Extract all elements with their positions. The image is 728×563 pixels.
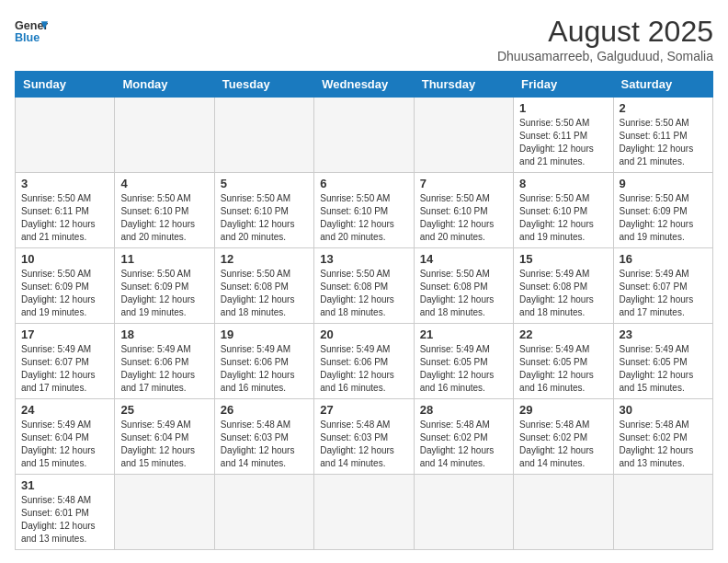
- day-number: 22: [519, 327, 607, 341]
- weekday-header-friday: Friday: [514, 72, 613, 98]
- calendar-cell: [514, 475, 613, 550]
- calendar-week-2: 3Sunrise: 5:50 AM Sunset: 6:11 PM Daylig…: [16, 173, 713, 248]
- weekday-header-row: SundayMondayTuesdayWednesdayThursdayFrid…: [16, 72, 713, 98]
- day-number: 28: [420, 403, 507, 417]
- calendar-cell: 1Sunrise: 5:50 AM Sunset: 6:11 PM Daylig…: [514, 98, 613, 173]
- day-number: 16: [620, 252, 707, 266]
- day-info: Sunrise: 5:49 AM Sunset: 6:07 PM Dayligh…: [620, 268, 707, 319]
- day-number: 29: [519, 403, 607, 417]
- calendar-cell: 14Sunrise: 5:50 AM Sunset: 6:08 PM Dayli…: [414, 248, 513, 324]
- day-number: 17: [21, 327, 108, 341]
- day-info: Sunrise: 5:49 AM Sunset: 6:06 PM Dayligh…: [221, 343, 308, 395]
- calendar-cell: 21Sunrise: 5:49 AM Sunset: 6:05 PM Dayli…: [414, 324, 513, 399]
- calendar-cell: [214, 98, 313, 173]
- day-info: Sunrise: 5:49 AM Sunset: 6:05 PM Dayligh…: [620, 343, 707, 395]
- calendar-cell: [414, 475, 513, 550]
- day-info: Sunrise: 5:48 AM Sunset: 6:03 PM Dayligh…: [221, 419, 308, 470]
- day-number: 21: [420, 327, 507, 341]
- day-info: Sunrise: 5:50 AM Sunset: 6:08 PM Dayligh…: [221, 268, 308, 319]
- day-info: Sunrise: 5:49 AM Sunset: 6:08 PM Dayligh…: [519, 268, 607, 319]
- day-number: 19: [221, 327, 308, 341]
- calendar-cell: [214, 475, 313, 550]
- calendar-cell: 7Sunrise: 5:50 AM Sunset: 6:10 PM Daylig…: [414, 173, 513, 248]
- day-number: 20: [320, 327, 407, 341]
- day-info: Sunrise: 5:50 AM Sunset: 6:10 PM Dayligh…: [519, 192, 607, 244]
- day-number: 12: [221, 252, 308, 266]
- weekday-header-thursday: Thursday: [414, 72, 513, 98]
- calendar-cell: 17Sunrise: 5:49 AM Sunset: 6:07 PM Dayli…: [16, 324, 115, 399]
- day-info: Sunrise: 5:50 AM Sunset: 6:11 PM Dayligh…: [620, 117, 707, 168]
- day-number: 8: [519, 177, 607, 190]
- calendar-cell: [16, 98, 115, 173]
- day-info: Sunrise: 5:50 AM Sunset: 6:10 PM Dayligh…: [420, 192, 507, 244]
- day-number: 25: [120, 403, 208, 417]
- day-info: Sunrise: 5:48 AM Sunset: 6:02 PM Dayligh…: [620, 419, 707, 470]
- day-number: 11: [120, 252, 208, 266]
- day-info: Sunrise: 5:48 AM Sunset: 6:02 PM Dayligh…: [519, 419, 607, 470]
- calendar-cell: 28Sunrise: 5:48 AM Sunset: 6:02 PM Dayli…: [414, 399, 513, 475]
- weekday-header-sunday: Sunday: [16, 72, 115, 98]
- main-title: August 2025: [497, 15, 713, 49]
- day-info: Sunrise: 5:50 AM Sunset: 6:08 PM Dayligh…: [420, 268, 507, 319]
- day-info: Sunrise: 5:49 AM Sunset: 6:05 PM Dayligh…: [420, 343, 507, 395]
- calendar-cell: 27Sunrise: 5:48 AM Sunset: 6:03 PM Dayli…: [314, 399, 414, 475]
- weekday-header-wednesday: Wednesday: [314, 72, 414, 98]
- day-info: Sunrise: 5:48 AM Sunset: 6:01 PM Dayligh…: [21, 494, 108, 546]
- day-info: Sunrise: 5:50 AM Sunset: 6:09 PM Dayligh…: [21, 268, 108, 319]
- day-number: 6: [320, 177, 407, 190]
- day-info: Sunrise: 5:48 AM Sunset: 6:03 PM Dayligh…: [320, 419, 407, 470]
- calendar-cell: 4Sunrise: 5:50 AM Sunset: 6:10 PM Daylig…: [115, 173, 214, 248]
- calendar-cell: [115, 98, 214, 173]
- calendar-cell: 16Sunrise: 5:49 AM Sunset: 6:07 PM Dayli…: [613, 248, 712, 324]
- day-number: 26: [221, 403, 308, 417]
- day-number: 24: [21, 403, 108, 417]
- day-info: Sunrise: 5:49 AM Sunset: 6:04 PM Dayligh…: [21, 419, 108, 470]
- calendar-cell: 2Sunrise: 5:50 AM Sunset: 6:11 PM Daylig…: [613, 98, 712, 173]
- calendar-cell: 15Sunrise: 5:49 AM Sunset: 6:08 PM Dayli…: [514, 248, 613, 324]
- weekday-header-tuesday: Tuesday: [214, 72, 313, 98]
- svg-text:Blue: Blue: [15, 31, 40, 44]
- day-number: 31: [21, 478, 108, 492]
- day-info: Sunrise: 5:49 AM Sunset: 6:06 PM Dayligh…: [320, 343, 407, 395]
- calendar-cell: 11Sunrise: 5:50 AM Sunset: 6:09 PM Dayli…: [115, 248, 214, 324]
- day-number: 1: [519, 101, 607, 115]
- calendar-cell: [314, 475, 414, 550]
- calendar-cell: 9Sunrise: 5:50 AM Sunset: 6:09 PM Daylig…: [613, 173, 712, 248]
- day-number: 4: [120, 177, 208, 190]
- calendar-cell: 3Sunrise: 5:50 AM Sunset: 6:11 PM Daylig…: [16, 173, 115, 248]
- calendar-cell: 13Sunrise: 5:50 AM Sunset: 6:08 PM Dayli…: [314, 248, 414, 324]
- day-number: 7: [420, 177, 507, 190]
- calendar: SundayMondayTuesdayWednesdayThursdayFrid…: [15, 71, 713, 550]
- day-number: 5: [221, 177, 308, 190]
- calendar-cell: 6Sunrise: 5:50 AM Sunset: 6:10 PM Daylig…: [314, 173, 414, 248]
- calendar-cell: 22Sunrise: 5:49 AM Sunset: 6:05 PM Dayli…: [514, 324, 613, 399]
- day-info: Sunrise: 5:49 AM Sunset: 6:05 PM Dayligh…: [519, 343, 607, 395]
- calendar-week-5: 24Sunrise: 5:49 AM Sunset: 6:04 PM Dayli…: [16, 399, 713, 475]
- day-number: 10: [21, 252, 108, 266]
- day-number: 9: [620, 177, 707, 190]
- day-number: 27: [320, 403, 407, 417]
- calendar-cell: [115, 475, 214, 550]
- calendar-cell: 25Sunrise: 5:49 AM Sunset: 6:04 PM Dayli…: [115, 399, 214, 475]
- header: General Blue August 2025 Dhuusamarreeb, …: [15, 15, 713, 63]
- weekday-header-monday: Monday: [115, 72, 214, 98]
- day-number: 2: [620, 101, 707, 115]
- calendar-cell: 5Sunrise: 5:50 AM Sunset: 6:10 PM Daylig…: [214, 173, 313, 248]
- day-info: Sunrise: 5:49 AM Sunset: 6:07 PM Dayligh…: [21, 343, 108, 395]
- day-number: 18: [120, 327, 208, 341]
- day-info: Sunrise: 5:50 AM Sunset: 6:09 PM Dayligh…: [620, 192, 707, 244]
- subtitle: Dhuusamarreeb, Galguduud, Somalia: [497, 49, 713, 63]
- calendar-cell: 31Sunrise: 5:48 AM Sunset: 6:01 PM Dayli…: [16, 475, 115, 550]
- calendar-cell: 18Sunrise: 5:49 AM Sunset: 6:06 PM Dayli…: [115, 324, 214, 399]
- day-number: 30: [620, 403, 707, 417]
- calendar-cell: [613, 475, 712, 550]
- day-info: Sunrise: 5:50 AM Sunset: 6:11 PM Dayligh…: [21, 192, 108, 244]
- calendar-cell: 19Sunrise: 5:49 AM Sunset: 6:06 PM Dayli…: [214, 324, 313, 399]
- day-info: Sunrise: 5:50 AM Sunset: 6:10 PM Dayligh…: [221, 192, 308, 244]
- calendar-week-4: 17Sunrise: 5:49 AM Sunset: 6:07 PM Dayli…: [16, 324, 713, 399]
- day-number: 13: [320, 252, 407, 266]
- day-info: Sunrise: 5:49 AM Sunset: 6:06 PM Dayligh…: [120, 343, 208, 395]
- day-info: Sunrise: 5:50 AM Sunset: 6:10 PM Dayligh…: [320, 192, 407, 244]
- day-number: 3: [21, 177, 108, 190]
- calendar-cell: [314, 98, 414, 173]
